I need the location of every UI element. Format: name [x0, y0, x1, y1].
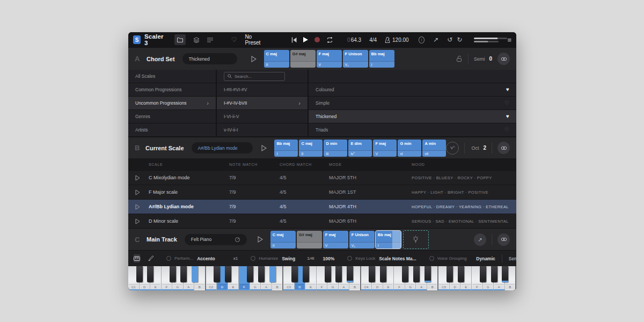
black-key-F#1[interactable]: [170, 266, 176, 282]
keys-lock-group[interactable]: Keys Lock Scale Notes Ma...: [347, 256, 416, 261]
black-key-G#5[interactable]: [491, 266, 497, 282]
chord-pad[interactable]: F majV: [317, 50, 342, 68]
variation-item[interactable]: Simple♡: [309, 97, 516, 109]
chord-pad[interactable]: Bb majI: [376, 231, 401, 248]
category-item[interactable]: All Scales: [128, 70, 216, 83]
chord-pad[interactable]: C majII: [270, 231, 296, 248]
chord-pad[interactable]: C majII: [264, 50, 289, 68]
black-key-G#2[interactable]: [258, 266, 265, 282]
voicing-button[interactable]: V°: [446, 142, 459, 155]
keyboard-toggle-button[interactable]: [134, 254, 140, 262]
perform-group[interactable]: Perform... Accento x1: [166, 256, 238, 261]
scale-table-row[interactable]: F Major scale7/94/5MAJOR 1STHAPPY · LIGH…: [128, 185, 516, 199]
semi-value[interactable]: 0: [489, 56, 492, 62]
variation-item[interactable]: Triads♡: [309, 123, 516, 136]
row-play-icon[interactable]: [135, 175, 149, 181]
info-icon[interactable]: i: [419, 36, 425, 43]
main-menu-icon[interactable]: ≡: [507, 36, 511, 44]
chord-set-dropdown[interactable]: Thickened: [182, 53, 237, 64]
row-play-icon[interactable]: [135, 189, 149, 195]
black-key-G#1[interactable]: [180, 266, 187, 282]
link-button[interactable]: [497, 53, 510, 65]
chord-pad[interactable]: Bb majI: [369, 50, 394, 68]
chord-pad[interactable]: G minvi: [398, 140, 421, 157]
skip-back-icon[interactable]: [291, 37, 297, 43]
volume-sliders[interactable]: [474, 38, 507, 42]
chord-pad[interactable]: F UnisonV₁: [343, 50, 368, 68]
brush-icon[interactable]: [148, 255, 153, 262]
chord-pad[interactable]: F majV: [323, 231, 348, 248]
black-key-C#5[interactable]: [447, 266, 453, 282]
scale-table-row[interactable]: A#/Bb Lydian mode7/94/5MAJOR 4THHOPEFUL …: [128, 199, 516, 214]
black-key-A#5[interactable]: [502, 266, 508, 282]
black-key-C#1[interactable]: [136, 266, 143, 282]
search-input[interactable]: Search...: [224, 72, 285, 81]
chord-pad[interactable]: G# maj: [297, 231, 322, 248]
heart-outline-icon[interactable]: ♡: [504, 100, 509, 106]
chord-pad[interactable]: G# maj: [290, 50, 316, 68]
loop-icon[interactable]: [326, 37, 333, 43]
share-icon[interactable]: ↗: [433, 36, 438, 43]
play-button[interactable]: [303, 37, 308, 42]
chord-pad[interactable]: D miniii: [324, 140, 347, 157]
link-button[interactable]: [497, 233, 510, 246]
humanize-toggle[interactable]: [251, 256, 255, 261]
link-button[interactable]: [497, 142, 510, 154]
progression-item[interactable]: v-IV-ii-I: [217, 123, 308, 136]
heart-filled-icon[interactable]: ♥: [506, 114, 509, 119]
progression-item[interactable]: I-VI-ii-V: [217, 110, 308, 123]
chord-set-play-button[interactable]: [251, 56, 257, 62]
black-key-D#2[interactable]: [225, 266, 231, 282]
current-scale-dropdown[interactable]: A#/Bb Lydian mode: [192, 142, 253, 153]
humanize-group[interactable]: Humanize Swing 1/4t 100%: [251, 256, 334, 261]
category-item[interactable]: Uncommon Progressions›: [128, 97, 216, 109]
chord-pad[interactable]: C majII: [299, 140, 323, 157]
main-track-play-button[interactable]: [258, 236, 263, 243]
black-key-D#4[interactable]: [380, 266, 386, 282]
humanize-division[interactable]: 1/4t: [307, 256, 314, 261]
black-key-C#3[interactable]: [291, 266, 298, 282]
variation-item[interactable]: Coloured♥: [309, 83, 516, 96]
record-button[interactable]: [314, 37, 320, 42]
black-key-C#4[interactable]: [369, 266, 375, 282]
black-key-A#2[interactable]: [269, 266, 276, 282]
voice-grouping-toggle[interactable]: [429, 256, 434, 261]
suggest-chord-slot[interactable]: [403, 230, 429, 249]
black-key-D#3[interactable]: [303, 266, 309, 282]
black-key-F#4[interactable]: [402, 266, 408, 282]
black-key-F#2[interactable]: [247, 266, 253, 282]
heart-filled-icon[interactable]: ♥: [506, 87, 509, 92]
humanize-percent[interactable]: 100%: [323, 256, 335, 261]
preset-name[interactable]: No Preset: [245, 34, 266, 46]
variation-item[interactable]: Thickened♥: [309, 110, 516, 123]
chord-pad[interactable]: F UnisonV₁: [349, 231, 375, 248]
black-key-D#1[interactable]: [147, 266, 153, 282]
chord-pad[interactable]: A minvii: [422, 140, 446, 157]
dial-icon[interactable]: [229, 237, 240, 243]
category-item[interactable]: Common Progressions: [128, 83, 216, 96]
chord-pad[interactable]: F majV: [373, 140, 397, 157]
perform-toggle[interactable]: [166, 256, 171, 261]
current-scale-play-button[interactable]: [261, 145, 267, 151]
progression-item[interactable]: I-#V-IV-bVII›: [217, 97, 308, 109]
category-item[interactable]: Artists: [128, 123, 216, 136]
category-item[interactable]: Genres: [128, 110, 216, 123]
black-key-F#5[interactable]: [480, 266, 486, 282]
scale-table-row[interactable]: D Minor scale7/94/5MAJOR 6THSERIOUS · SA…: [128, 214, 516, 228]
undo-icon[interactable]: ↺: [447, 36, 452, 43]
black-key-C#2[interactable]: [214, 266, 220, 282]
browse-tab-button[interactable]: [174, 34, 186, 45]
chord-pad[interactable]: Bb majI: [274, 140, 298, 157]
instrument-dropdown[interactable]: Felt Piano: [185, 234, 247, 245]
voice-grouping-group[interactable]: Voice Grouping Dynamic: [429, 256, 495, 261]
black-key-F#3[interactable]: [325, 266, 331, 282]
midi-out-button[interactable]: ↗: [474, 233, 486, 246]
progression-item[interactable]: I-#II-#VI-#V: [217, 83, 308, 96]
preset-favorite-icon[interactable]: ♡: [231, 36, 237, 43]
black-key-D#5[interactable]: [458, 266, 464, 282]
redo-icon[interactable]: ↻: [457, 36, 462, 43]
unlock-icon[interactable]: [456, 55, 463, 62]
perform-multiplier[interactable]: x1: [233, 256, 238, 261]
heart-outline-icon[interactable]: ♡: [504, 127, 509, 133]
black-key-G#4[interactable]: [413, 266, 420, 282]
